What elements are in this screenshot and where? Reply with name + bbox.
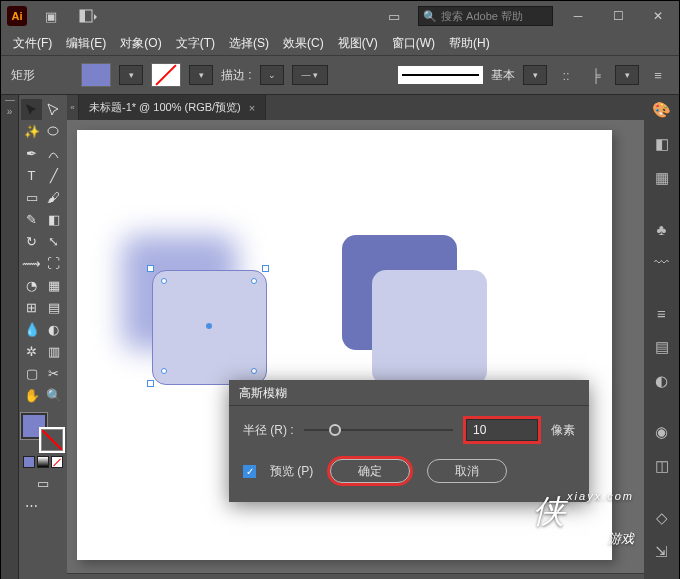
lasso-tool-icon[interactable] [43,121,64,142]
shaper-tool-icon[interactable]: ✎ [21,209,42,230]
selection-tool-icon[interactable] [21,99,42,120]
mesh-tool-icon[interactable]: ⊞ [21,297,42,318]
cancel-button[interactable]: 取消 [427,459,507,483]
graph-tool-icon[interactable]: ▥ [43,341,64,362]
ok-button[interactable]: 确定 [330,459,410,483]
artboard-tool-icon[interactable]: ▢ [21,363,42,384]
slider-thumb-icon[interactable] [329,424,341,436]
layers-panel-icon[interactable]: ◇ [651,509,673,527]
edit-toolbar-icon[interactable]: ⋯ [21,495,42,516]
radius-input[interactable] [466,419,538,441]
stroke-color-swatch[interactable] [151,63,181,87]
brush-preview[interactable] [398,66,483,84]
perspective-grid-tool-icon[interactable]: ▦ [43,275,64,296]
selection-handle[interactable] [147,380,154,387]
slice-tool-icon[interactable]: ✂ [43,363,64,384]
transparency-panel-icon[interactable]: ◐ [651,372,673,390]
center-point [206,323,212,329]
left-dock-strip[interactable]: » [1,95,19,579]
rectangle-tool-icon[interactable]: ▭ [21,187,42,208]
opacity-icon[interactable]: :: [555,68,577,83]
fill-stroke-control[interactable] [21,413,65,453]
preview-checkbox[interactable]: ✓ [243,465,256,478]
anchor-point[interactable] [251,278,257,284]
stroke-width-dropdown[interactable]: ⌄ [260,65,284,85]
align-dropdown-icon[interactable]: ▾ [615,65,639,85]
menu-window[interactable]: 窗口(W) [386,33,441,54]
minimize-button[interactable]: ─ [563,6,593,26]
anchor-point[interactable] [161,278,167,284]
light-shape-front [372,270,487,385]
width-tool-icon[interactable]: ⟿ [21,253,42,274]
direct-selection-tool-icon[interactable] [43,99,64,120]
search-icon: 🔍 [423,10,437,23]
symbol-sprayer-tool-icon[interactable]: ✲ [21,341,42,362]
eyedropper-tool-icon[interactable]: 💧 [21,319,42,340]
gaussian-blur-dialog: 高斯模糊 半径 (R) : 像素 [229,380,589,502]
brush-dropdown-icon[interactable]: ▾ [523,65,547,85]
menu-help[interactable]: 帮助(H) [443,33,496,54]
title-bar: Ai ▣ ▭ 🔍 搜索 Adobe 帮助 ─ ☐ ✕ [1,1,679,31]
menu-type[interactable]: 文字(T) [170,33,221,54]
magic-wand-tool-icon[interactable]: ✨ [21,121,42,142]
maximize-button[interactable]: ☐ [603,6,633,26]
options-icon[interactable]: ≡ [647,68,669,83]
radius-highlight [463,416,541,444]
color-guide-panel-icon[interactable]: ◧ [651,135,673,153]
menu-object[interactable]: 对象(O) [114,33,167,54]
swatches-panel-icon[interactable]: ▦ [651,169,673,187]
menu-effect[interactable]: 效果(C) [277,33,330,54]
line-tool-icon[interactable]: ╱ [43,165,64,186]
gradient-tool-icon[interactable]: ▤ [43,297,64,318]
selection-handle[interactable] [147,265,154,272]
rotate-tool-icon[interactable]: ↻ [21,231,42,252]
gradient-panel-icon[interactable]: ▤ [651,338,673,356]
radius-slider[interactable] [304,423,453,437]
status-bar: 100% ▾ ◂ ▮ ▸ 选择 ▸ ▮ ◂ [67,573,644,579]
menu-edit[interactable]: 编辑(E) [60,33,112,54]
anchor-point[interactable] [161,368,167,374]
graphic-styles-panel-icon[interactable]: ◫ [651,457,673,475]
scale-tool-icon[interactable]: ⤡ [43,231,64,252]
tab-close-icon[interactable]: × [249,102,255,114]
menu-select[interactable]: 选择(S) [223,33,275,54]
dock-toggle-icon[interactable]: « [67,95,79,120]
shape-builder-tool-icon[interactable]: ◔ [21,275,42,296]
menu-file[interactable]: 文件(F) [7,33,58,54]
stroke-swatch-large[interactable] [39,427,65,453]
paintbrush-tool-icon[interactable]: 🖌 [43,187,64,208]
doc-icon[interactable]: ▭ [380,6,408,26]
fill-color-swatch[interactable] [81,63,111,87]
color-mode-swatches[interactable] [21,456,65,468]
free-transform-tool-icon[interactable]: ⛶ [43,253,64,274]
layout-dropdown[interactable] [75,6,103,26]
type-tool-icon[interactable]: T [21,165,42,186]
screen-mode-icon[interactable]: ▭ [21,473,65,494]
color-panel-icon[interactable]: 🎨 [651,101,673,119]
anchor-point[interactable] [251,368,257,374]
eraser-tool-icon[interactable]: ◧ [43,209,64,230]
stroke-profile-dropdown[interactable]: — ▾ [292,65,328,85]
bridge-icon[interactable]: ▣ [37,6,65,26]
symbols-panel-icon[interactable]: ♣ [651,221,673,238]
stroke-dropdown-icon[interactable]: ▾ [189,65,213,85]
curvature-tool-icon[interactable] [43,143,64,164]
blend-tool-icon[interactable]: ◐ [43,319,64,340]
menu-bar: 文件(F) 编辑(E) 对象(O) 文字(T) 选择(S) 效果(C) 视图(V… [1,31,679,55]
tab-title: 未标题-1* @ 100% (RGB/预览) [89,100,241,115]
menu-view[interactable]: 视图(V) [332,33,384,54]
selection-handle[interactable] [262,265,269,272]
zoom-tool-icon[interactable]: 🔍 [43,385,64,406]
brushes-panel-icon[interactable]: 〰 [651,254,673,271]
pen-tool-icon[interactable]: ✒ [21,143,42,164]
close-button[interactable]: ✕ [643,6,673,26]
svg-point-2 [48,127,58,135]
document-tab[interactable]: 未标题-1* @ 100% (RGB/预览) × [79,95,266,120]
search-input[interactable]: 🔍 搜索 Adobe 帮助 [418,6,553,26]
asset-export-panel-icon[interactable]: ⇲ [651,543,673,561]
appearance-panel-icon[interactable]: ◉ [651,423,673,441]
fill-dropdown-icon[interactable]: ▾ [119,65,143,85]
stroke-panel-icon[interactable]: ≡ [651,305,673,322]
hand-tool-icon[interactable]: ✋ [21,385,42,406]
align-icon[interactable]: ╞ [585,68,607,83]
